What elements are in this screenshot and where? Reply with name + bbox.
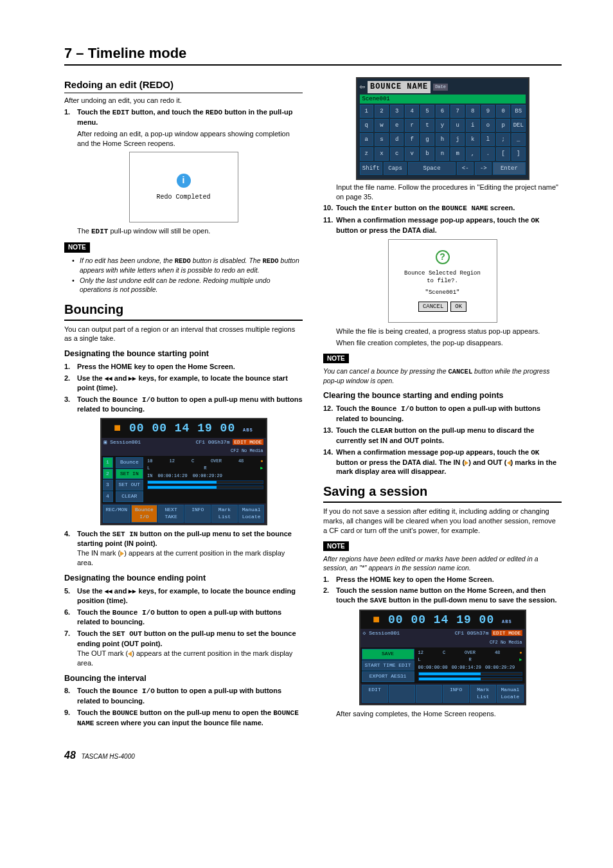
note-star: After regions have been edited or marks … [323,554,562,572]
b3: INFO [443,685,469,703]
fig-bottom: REC/MON Bounce I/O NEXT TAKE INFO Mark L… [102,503,266,524]
t: When a confirmation message pop-up appea… [336,216,531,224]
cf2: CF2 No Media [231,448,263,454]
step-9: 9. Touch the BOUNCE button on the pull-u… [64,708,303,728]
p3: When file creation completes, the pop-up… [336,338,562,348]
btn-export: EXPORT AES31 [362,671,414,682]
bouncename-label: BOUNCE NAME [441,204,488,212]
t2: 00:00:29:29 [193,473,222,479]
step-text: Touch the SET IN button on the pull-up m… [77,529,303,568]
t: The IN mark ( [77,549,120,557]
cf2: CF2 No Media [490,640,522,646]
redo-after2: The EDIT pull-up window will still be op… [77,226,303,237]
step-4: 4. Touch the SET IN button on the pull-u… [64,529,303,568]
popup-text: Redo Completed [156,193,210,202]
b4: Mark List [211,505,238,523]
redo-intro: After undoing an edit, you can redo it. [64,96,303,105]
step-num: 1. [64,362,77,372]
step-text: When a confirmation message pop-up appea… [336,215,562,235]
step-num: 2. [64,374,77,393]
footer: 48 TASCAM HS-4000 [64,750,562,761]
fig-bar2: CF2 No Media [102,447,266,455]
note-badge: NOTE [64,242,90,253]
step-num: 4. [64,529,77,568]
fig-bar2: CF2 No Media [360,638,525,647]
cancel-label: CANCEL [448,368,472,375]
t: Touch the [336,426,371,434]
question-icon: ? [436,250,450,264]
step-5: 5. Use the ◂◂ and ▸▸ keys, for example, … [64,586,303,606]
redo-label: REDO [175,257,191,265]
step-text: Touch the CLEAR button on the pull-up me… [336,426,562,446]
btn-starttime: START TIME EDIT [362,660,414,671]
bullet-dot: • [72,256,80,275]
t: Touch the [77,108,112,116]
note-text: If no edit has been undone, the REDO but… [80,256,303,275]
step-13: 13. Touch the CLEAR button on the pull-u… [323,426,562,446]
confirm-buttons: CANCEL OK [418,302,466,312]
columns: Redoing an edit (REDO) After undoing an … [64,75,562,730]
b3: INFO [184,505,211,523]
setout-label: SET OUT [112,630,142,638]
note-badge: NOTE [323,541,349,552]
step-text: Touch the session name button on the Hom… [336,586,562,606]
edit-label: EDIT [91,228,108,235]
step-14: 14. When a confirmation message pop-up a… [323,448,562,477]
t: Touch the [336,204,371,212]
step-num: 3. [64,395,77,415]
heading-bouncing: Bouncing [64,301,303,321]
figure-bounce-screen: ■ 00 00 14 19 00 ABS ▣ Session001 CF1 00… [100,418,267,525]
btn-clear: CLEAR [116,491,144,502]
step-num: 13. [323,426,336,446]
fig-meters: 1012COVER48● LR▶ IN00:00:14:2900:00:29:2… [145,456,265,503]
b2: NEXT TAKE [158,505,184,523]
save-intro: If you do not save a session after editi… [323,507,562,536]
l2: to file?. [404,277,481,285]
t: Touch the [77,608,112,616]
note-badge: NOTE [323,354,349,364]
note-cancel: You can cancel a bounce by pressing the … [323,366,562,385]
kbd-titlebar: ⇦ BOUNCE NAME Date [360,81,526,93]
step-text: Touch the Bounce I/O button to open a pu… [77,608,303,628]
step-num: 5. [64,586,77,606]
step-num: 11. [323,215,336,235]
t: button or press the DATA dial. The IN ( [336,458,465,466]
l1: Bounce Selected Region [404,269,481,277]
step-11: 11. When a confirmation message pop-up a… [323,215,562,235]
t: button or press the DATA dial. [336,226,437,234]
step-num: 1. [323,575,336,584]
b5: Manual Locate [497,685,523,703]
step-text: Use the ◂◂ and ▸▸ keys, for example, to … [77,586,303,606]
step-text: Touch the Bounce I/O button to open a pu… [77,686,303,706]
tc: 00 00 14 19 00 [129,422,235,435]
step-text: Touch the BOUNCE button on the pull-up m… [77,708,303,728]
t1: 00:00:14:29 [452,665,481,671]
step-text: Touch the Bounce I/O button to open a pu… [336,404,562,424]
step-num: 7. [64,629,77,667]
chapter-rule [64,64,562,66]
l3: "Scene001" [404,289,481,296]
heading-interval: Bouncing the interval [64,673,303,684]
t: screen where you can input the bounce fi… [94,719,263,727]
t: button is disabled. The [191,257,263,264]
kbd-field: Scene001 [360,95,526,104]
note-text: Only the last undone edit can be redone.… [80,276,303,294]
heading-save: Saving a session [323,483,562,503]
b5: Manual Locate [238,505,265,523]
b4: Mark List [470,685,496,703]
bounceio-label: Bounce I/O [371,405,414,413]
heading-start: Designating the bounce starting point [64,348,303,359]
btn-bounce: Bounce [116,457,144,468]
t1: 00:00:14:29 [158,473,188,479]
info-icon: i [177,174,191,188]
save-step-2: 2. Touch the session name button on the … [323,586,562,606]
fig-timecode: ■ 00 00 14 19 00 ABS [360,611,525,629]
t: ) and OUT ( [468,458,506,466]
session-name: Session001 [110,439,141,445]
fig-timecode: ■ 00 00 14 19 00 ABS [102,419,266,437]
step-6: 6. Touch the Bounce I/O button to open a… [64,608,303,628]
cf1: CF1 005h37m [196,439,230,445]
fig-sidebuttons: SAVE START TIME EDIT EXPORT AES31 [360,647,416,683]
b0: EDIT [362,685,388,703]
btn-setin: SET IN [116,469,144,480]
